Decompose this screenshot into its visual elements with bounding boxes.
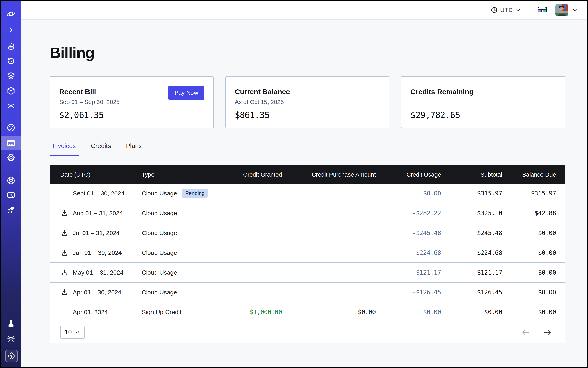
sun-icon	[7, 334, 16, 343]
sidebar-item-history[interactable]	[1, 56, 21, 66]
sidebar-item-credits[interactable]: $	[5, 350, 18, 362]
balance-due-value: $0.00	[502, 308, 556, 316]
sidebar-item-collapse[interactable]	[1, 25, 21, 35]
pay-now-button[interactable]: Pay Now	[168, 86, 205, 100]
page-size-select[interactable]: 10	[60, 326, 85, 339]
asterisk-icon	[7, 101, 16, 110]
card-amount: $861.35	[235, 110, 270, 120]
sidebar-item-usage[interactable]	[1, 123, 21, 132]
download-icon	[61, 229, 68, 237]
gauge-icon	[6, 123, 16, 132]
view-mode-button[interactable]	[537, 7, 548, 13]
sidebar-item-settings[interactable]	[1, 153, 21, 162]
invoice-date: Jul 01 – 31, 2024	[73, 230, 120, 236]
tab-invoices[interactable]: Invoices	[50, 141, 79, 156]
download-invoice-button[interactable]	[61, 249, 68, 257]
balance-due-value: $0.00	[502, 289, 556, 296]
credit-usage-value: -$224.68	[376, 249, 441, 256]
table-footer: 10	[50, 322, 565, 342]
topbar: UTC	[21, 1, 587, 19]
col-header-credit-purchase: Credit Purchase Amount	[282, 171, 376, 178]
chevron-right-icon	[7, 26, 15, 34]
sidebar-divider	[1, 117, 21, 118]
credit-usage-value: $0.00	[376, 190, 441, 197]
subtotal-value: $224.68	[441, 249, 502, 256]
subtotal-value: $126.45	[441, 289, 502, 296]
card-amount: $29,782.65	[410, 110, 460, 120]
next-page-button[interactable]	[543, 328, 552, 337]
download-invoice-button[interactable]	[61, 229, 68, 237]
lifebuoy-icon	[6, 176, 16, 185]
balance-due-value: $0.00	[502, 249, 556, 256]
table-row[interactable]: Apr 01 – 30, 2024 Cloud Usage -$126.45 $…	[50, 282, 565, 302]
sidebar-item-cube[interactable]	[1, 86, 21, 95]
table-row[interactable]: Jun 01 – 30, 2024 Cloud Usage -$224.68 $…	[50, 243, 565, 262]
invoice-type: Cloud Usage	[142, 269, 177, 276]
summary-cards: Recent Bill Sep 01 – Sep 30, 2025 $2,061…	[50, 76, 565, 128]
balance-due-value: $0.00	[502, 269, 556, 276]
status-badge: Pending	[182, 189, 208, 198]
sidebar-item-labs[interactable]	[1, 319, 21, 328]
tab-plans[interactable]: Plans	[123, 141, 145, 156]
sidebar-item-theme[interactable]	[1, 334, 21, 343]
sidebar-item-galaxy[interactable]	[1, 42, 21, 51]
prev-page-button[interactable]	[521, 328, 530, 337]
credit-usage-value: -$126.45	[376, 289, 441, 296]
timezone-dropdown[interactable]: UTC	[491, 7, 521, 13]
download-invoice-button[interactable]	[61, 289, 68, 296]
download-invoice-button[interactable]	[61, 210, 68, 217]
account-menu-button[interactable]	[572, 7, 578, 13]
layers-icon	[6, 71, 16, 81]
galaxy-icon	[6, 42, 16, 51]
card-title: Current Balance	[235, 88, 290, 96]
table-row[interactable]: Aug 01 – 31, 2024 Cloud Usage -$282.22 $…	[50, 203, 565, 223]
balance-due-value: $0.00	[502, 229, 556, 236]
download-icon	[61, 210, 68, 217]
billing-card-icon	[6, 138, 16, 148]
col-header-subtotal: Subtotal	[441, 171, 502, 178]
invoice-type: Cloud Usage	[142, 190, 177, 197]
sidebar-item-new-screen[interactable]	[1, 191, 21, 200]
sidebar-item-layers[interactable]	[1, 71, 21, 81]
table-row[interactable]: Sept 01 – 30, 2024 Cloud Usage Pending $…	[50, 184, 565, 203]
card-subtitle: Sep 01 – Sep 30, 2025	[59, 99, 120, 105]
tab-credits[interactable]: Credits	[88, 141, 114, 156]
table-header: Date (UTC) Type Credit Granted Credit Pu…	[50, 166, 565, 184]
download-invoice-button[interactable]	[61, 269, 68, 276]
download-icon	[61, 249, 68, 257]
app-window: $ UTC	[0, 0, 588, 368]
credit-purchase-value: $0.00	[282, 308, 376, 316]
avatar[interactable]	[555, 4, 568, 16]
clock-icon	[491, 7, 498, 13]
invoices-table: Date (UTC) Type Credit Granted Credit Pu…	[50, 165, 565, 343]
card-title: Recent Bill	[59, 88, 96, 96]
arrow-left-icon	[521, 328, 530, 337]
invoice-type: Cloud Usage	[142, 210, 177, 217]
sidebar-item-launch[interactable]	[1, 205, 21, 215]
avatar-photo	[555, 4, 568, 16]
glasses-icon	[537, 7, 548, 13]
screen-plus-icon	[6, 191, 16, 200]
sidebar-item-billing[interactable]	[1, 138, 21, 148]
credit-usage-value: -$245.48	[376, 229, 441, 236]
table-row[interactable]: Jul 01 – 31, 2024 Cloud Usage -$245.48 $…	[50, 223, 565, 243]
col-header-credit-granted: Credit Granted	[217, 171, 282, 178]
invoice-date: May 01 – 31, 2024	[73, 269, 124, 276]
arrow-right-icon	[543, 328, 552, 337]
table-row[interactable]: May 01 – 31, 2024 Cloud Usage -$121.17 $…	[50, 262, 565, 282]
download-slot	[60, 249, 73, 257]
sidebar-item-asterisk[interactable]	[1, 101, 21, 110]
subtotal-value: $315.97	[441, 190, 502, 197]
recent-bill-card: Recent Bill Sep 01 – Sep 30, 2025 $2,061…	[50, 76, 214, 128]
history-clock-icon	[6, 56, 16, 66]
table-row[interactable]: Apr 01, 2024 Sign Up Credit $1,000.00 $0…	[50, 302, 565, 322]
invoice-type: Cloud Usage	[142, 249, 177, 256]
page-title: Billing	[50, 44, 94, 61]
current-balance-card: Current Balance As of Oct 15, 2025 $861.…	[226, 76, 390, 128]
sidebar-item-logo[interactable]	[1, 9, 21, 18]
card-title: Credits Remaining	[410, 88, 473, 96]
sidebar-divider	[1, 168, 21, 168]
sidebar-item-support[interactable]	[1, 176, 21, 185]
download-slot	[60, 210, 73, 217]
card-amount: $2,061.35	[59, 110, 104, 120]
